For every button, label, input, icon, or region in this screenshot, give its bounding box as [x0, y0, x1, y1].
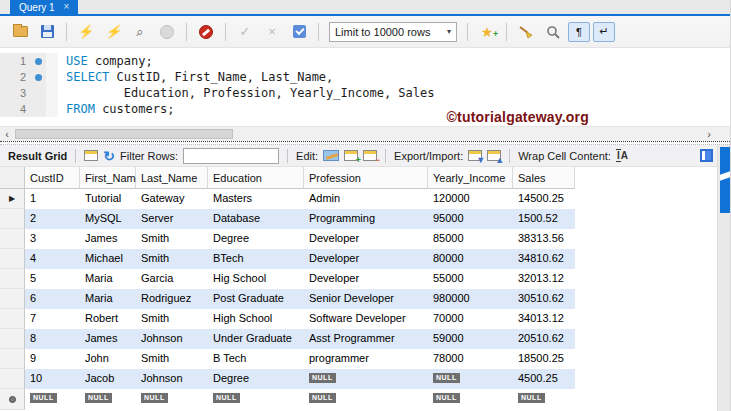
table-cell[interactable]: Admin: [304, 189, 428, 209]
result-vertical-scrollbar[interactable]: [717, 145, 730, 411]
table-cell[interactable]: Asst Programmer: [304, 329, 428, 349]
table-cell[interactable]: 4500.25: [513, 369, 575, 389]
row-selector[interactable]: [0, 269, 25, 289]
code-text[interactable]: SELECT CustID, First_Name, Last_Name,: [58, 70, 333, 84]
table-cell[interactable]: Johnson: [136, 369, 208, 389]
table-cell[interactable]: 5: [25, 269, 80, 289]
table-cell[interactable]: Maria: [80, 289, 136, 309]
horizontal-scrollbar-thumb[interactable]: [15, 129, 233, 139]
code-text[interactable]: USE company;: [58, 54, 153, 68]
insert-row-icon[interactable]: +: [344, 150, 358, 161]
table-row[interactable]: 9JohnSmithB Techprogrammer7800018500.25: [0, 349, 730, 369]
explain-button[interactable]: ⌕: [128, 21, 152, 43]
table-row[interactable]: ▶1TutorialGatewayMastersAdmin12000014500…: [0, 189, 730, 209]
table-row[interactable]: 3JamesSmithDegreeDeveloper8500038313.56: [0, 229, 730, 249]
new-row-placeholder[interactable]: NULLNULLNULLNULLNULLNULLNULL: [0, 389, 730, 410]
wrap-text-toggle[interactable]: ↵: [593, 22, 615, 42]
table-cell[interactable]: John: [80, 349, 136, 369]
export-recordset-icon[interactable]: ▼: [468, 150, 482, 161]
stop-on-error-toggle[interactable]: [194, 21, 218, 43]
table-row[interactable]: 6MariaRodriguezPost GraduateSenior Devel…: [0, 289, 730, 309]
row-selector[interactable]: [0, 349, 25, 369]
column-header[interactable]: Education: [208, 167, 304, 189]
table-cell[interactable]: 6: [25, 289, 80, 309]
table-row[interactable]: 7RobertSmithHigh SchoolSoftware Develope…: [0, 309, 730, 329]
table-cell[interactable]: 8: [25, 329, 80, 349]
close-icon[interactable]: ×: [64, 2, 70, 12]
open-script-button[interactable]: [8, 21, 32, 43]
execute-button[interactable]: ⚡: [74, 21, 98, 43]
table-cell[interactable]: NULL: [513, 389, 575, 410]
table-cell[interactable]: Johnson: [136, 329, 208, 349]
row-selector[interactable]: [0, 309, 25, 329]
table-cell[interactable]: NULL: [25, 389, 80, 410]
table-cell[interactable]: NULL: [304, 389, 428, 410]
table-cell[interactable]: 18500.25: [513, 349, 575, 369]
stop-query-button[interactable]: [155, 21, 179, 43]
table-cell[interactable]: 95000: [428, 209, 513, 229]
table-cell[interactable]: Post Graduate: [208, 289, 304, 309]
save-snippet-button[interactable]: ★+: [475, 21, 499, 43]
rollback-button[interactable]: ×: [260, 21, 284, 43]
table-cell[interactable]: 3: [25, 229, 80, 249]
table-cell[interactable]: 78000: [428, 349, 513, 369]
table-cell[interactable]: James: [80, 229, 136, 249]
code-text[interactable]: FROM customers;: [58, 102, 174, 116]
table-cell[interactable]: Smith: [136, 349, 208, 369]
table-cell[interactable]: 2: [25, 209, 80, 229]
row-selector[interactable]: [0, 229, 25, 249]
scroll-left-arrow-icon[interactable]: ‹: [0, 127, 14, 141]
table-row[interactable]: 8JamesJohnsonUnder GraduateAsst Programm…: [0, 329, 730, 349]
table-cell[interactable]: Smith: [136, 229, 208, 249]
table-cell[interactable]: Senior Developer: [304, 289, 428, 309]
row-selector[interactable]: [0, 249, 25, 269]
refresh-icon[interactable]: ↻: [103, 149, 115, 163]
table-cell[interactable]: Developer: [304, 229, 428, 249]
table-cell[interactable]: 85000: [428, 229, 513, 249]
edit-pencil-icon[interactable]: [323, 150, 339, 161]
table-cell[interactable]: 59000: [428, 329, 513, 349]
table-cell[interactable]: MySQL: [80, 209, 136, 229]
table-cell[interactable]: 4: [25, 249, 80, 269]
table-cell[interactable]: Hig School: [208, 269, 304, 289]
toggle-preview-panel-icon[interactable]: [700, 149, 713, 162]
table-cell[interactable]: 38313.56: [513, 229, 575, 249]
table-cell[interactable]: BTech: [208, 249, 304, 269]
table-cell[interactable]: Tutorial: [80, 189, 136, 209]
table-cell[interactable]: Programming: [304, 209, 428, 229]
column-header[interactable]: Profession: [304, 167, 428, 189]
row-selector[interactable]: [0, 289, 25, 309]
table-cell[interactable]: High School: [208, 309, 304, 329]
column-header[interactable]: Last_Name: [136, 167, 208, 189]
commit-button[interactable]: ✓: [233, 21, 257, 43]
table-cell[interactable]: 20510.62: [513, 329, 575, 349]
code-line[interactable]: 3 Education, Profession, Yearly_Income, …: [0, 85, 730, 101]
table-cell[interactable]: Garcia: [136, 269, 208, 289]
beautify-button[interactable]: [514, 21, 538, 43]
table-cell[interactable]: NULL: [428, 389, 513, 410]
column-header[interactable]: Yearly_Income: [428, 167, 513, 189]
grid-columns-icon[interactable]: [84, 150, 98, 161]
table-cell[interactable]: B Tech: [208, 349, 304, 369]
code-line[interactable]: 2SELECT CustID, First_Name, Last_Name,: [0, 69, 730, 85]
table-row[interactable]: 10JacobJohnsonDegreeNULLNULL4500.25: [0, 369, 730, 389]
execute-current-statement-button[interactable]: ⚡: [101, 21, 125, 43]
table-cell[interactable]: Server: [136, 209, 208, 229]
table-cell[interactable]: 14500.25: [513, 189, 575, 209]
table-cell[interactable]: NULL: [428, 369, 513, 389]
table-cell[interactable]: NULL: [80, 389, 136, 410]
table-cell[interactable]: Gateway: [136, 189, 208, 209]
row-selector[interactable]: [0, 369, 25, 389]
table-cell[interactable]: 34013.12: [513, 309, 575, 329]
table-cell[interactable]: 980000: [428, 289, 513, 309]
table-row[interactable]: 5MariaGarciaHig SchoolDeveloper550003201…: [0, 269, 730, 289]
table-cell[interactable]: programmer: [304, 349, 428, 369]
table-row[interactable]: 2MySQLServerDatabaseProgramming950001500…: [0, 209, 730, 229]
column-header[interactable]: CustID: [25, 167, 80, 189]
table-cell[interactable]: Smith: [136, 249, 208, 269]
table-cell[interactable]: Masters: [208, 189, 304, 209]
table-cell[interactable]: NULL: [136, 389, 208, 410]
row-selector[interactable]: ▶: [0, 189, 25, 209]
table-cell[interactable]: Rodriguez: [136, 289, 208, 309]
save-script-button[interactable]: [35, 21, 59, 43]
